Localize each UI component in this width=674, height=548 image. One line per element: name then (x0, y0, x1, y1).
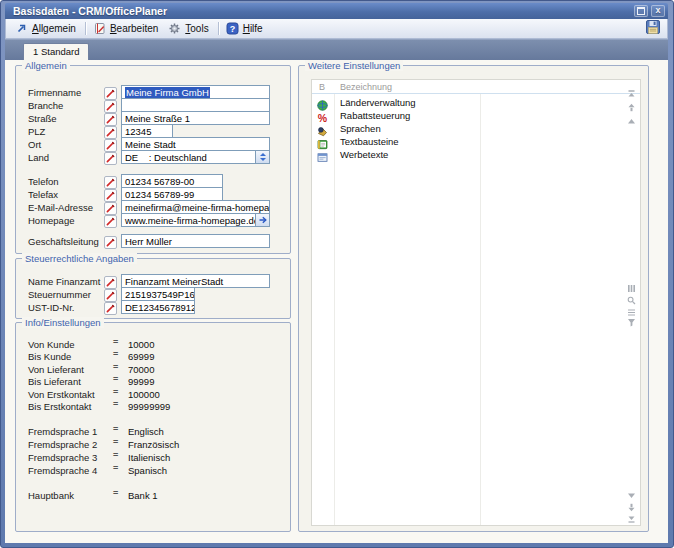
tab-standard[interactable]: 1 Standard (23, 43, 89, 60)
field-value: Finanzamt MeinerStadt (125, 276, 223, 287)
text-field[interactable]: 2151937549P1644 (121, 287, 195, 301)
text-field[interactable]: Finanzamt MeinerStadt (121, 274, 270, 288)
scroll-top-button[interactable] (626, 89, 637, 100)
close-button[interactable]: x (651, 5, 665, 17)
page-down-button[interactable] (626, 490, 637, 501)
list-item-länderverwaltung[interactable]: Länderverwaltung (312, 96, 640, 109)
edit-field-button[interactable] (104, 99, 117, 112)
text-field[interactable]: 01234 56789-99 (121, 187, 223, 201)
open-homepage-button[interactable] (255, 214, 269, 226)
scroll-bottom-button[interactable] (626, 513, 637, 524)
filter-button[interactable] (626, 317, 637, 328)
info-label: Von Erstkontakt (28, 389, 95, 400)
list-item-textbausteine[interactable]: Textbausteine (312, 135, 640, 148)
text-field[interactable]: Meine Stadt (121, 137, 270, 151)
field-value: meinefirma@meine-firma-homepage.de (125, 202, 270, 213)
menu-allgemein[interactable]: Allgemein (11, 21, 82, 36)
info-label: Bis Kunde (28, 351, 71, 362)
field-label: Steuernummer (28, 289, 91, 300)
tools-gear-icon (168, 22, 181, 35)
text-field[interactable]: www.meine-firma-homepage.de (121, 213, 270, 227)
columns-icon (627, 284, 636, 293)
info-row: Von Kunde=10000 (16, 338, 290, 350)
group-weitere-title: Weitere Einstellungen (305, 60, 403, 71)
info-value: Englisch (128, 426, 164, 437)
edit-field-button[interactable] (104, 138, 117, 151)
group-weitere-einstellungen: Weitere Einstellungen B Bezeichnung Länd… (298, 65, 649, 532)
edit-field-icon (104, 302, 117, 315)
equals-icon: = (113, 437, 118, 447)
field-value: DE123456789123 (125, 302, 195, 313)
info-row: Fremdsprache 1=Englisch (16, 425, 290, 437)
list-item-werbetexte[interactable]: Werbetexte (312, 148, 640, 161)
info-value: Spanisch (128, 465, 167, 476)
list-item-icon (317, 149, 328, 160)
edit-field-button[interactable] (104, 175, 117, 188)
maximize-button[interactable] (634, 5, 648, 17)
menu-label: Allgemein (32, 23, 76, 34)
text-field[interactable]: Herr Müller (121, 234, 270, 248)
page-down-icon (627, 491, 636, 500)
northeast-arrow-icon (15, 22, 28, 35)
edit-field-button[interactable] (104, 86, 117, 99)
list-icon (627, 308, 636, 317)
text-field[interactable]: DE123456789123 (121, 300, 195, 314)
list-item-icon (317, 136, 328, 147)
group-steuerrechtliche-angaben: Steuerrechtliche Angaben Name FinanzamtF… (15, 258, 291, 319)
menu-separator (218, 22, 219, 35)
text-field[interactable]: 01234 56789-00 (121, 174, 223, 188)
group-info-einstellungen: Info/Einstellungen Von Kunde=10000Bis Ku… (15, 322, 291, 532)
info-row: Von Erstkontakt=100000 (16, 388, 290, 400)
save-button[interactable] (643, 20, 662, 38)
edit-field-icon (104, 215, 117, 228)
field-label: Straße (28, 113, 57, 124)
info-label: Hauptbank (28, 490, 74, 501)
list-item-rabattsteuerung[interactable]: %Rabattsteuerung (312, 109, 640, 122)
list-item-label: Textbausteine (340, 136, 399, 147)
field-label: Homepage (28, 215, 74, 226)
edit-field-button[interactable] (104, 125, 117, 138)
move-up-button[interactable] (626, 102, 637, 113)
info-row: Von Lieferant=70000 (16, 363, 290, 375)
columns-button[interactable] (626, 283, 637, 294)
menu-hilfe[interactable]: ?Hilfe (222, 21, 269, 36)
move-down-button[interactable] (626, 502, 637, 513)
edit-field-button[interactable] (104, 288, 117, 301)
dropdown-button[interactable] (255, 151, 269, 163)
edit-field-button[interactable] (104, 235, 117, 248)
edit-field-button[interactable] (104, 275, 117, 288)
page-up-icon (627, 117, 636, 126)
field-value: Meine Straße 1 (125, 113, 190, 124)
list-header: B Bezeichnung (312, 80, 640, 94)
combo-field[interactable]: DE : Deutschland (121, 150, 270, 164)
edit-field-button[interactable] (104, 214, 117, 227)
window-title: Basisdaten - CRM/OfficePlaner (13, 5, 167, 17)
search-button[interactable] (626, 295, 637, 306)
edit-field-button[interactable] (104, 112, 117, 125)
info-value: 99999999 (128, 401, 170, 412)
edit-field-button[interactable] (104, 301, 117, 314)
menu-bearbeiten[interactable]: Bearbeiten (89, 21, 164, 36)
text-field[interactable]: Meine Straße 1 (121, 111, 270, 125)
equals-icon: = (113, 399, 118, 409)
text-field[interactable]: Meine Firma GmbH (121, 85, 270, 99)
info-row: Bis Erstkontakt=99999999 (16, 400, 290, 412)
menu-tools[interactable]: Tools (164, 21, 214, 36)
text-field[interactable]: meinefirma@meine-firma-homepage.de (121, 200, 270, 214)
list-item-icon: % (317, 110, 328, 121)
info-row: Fremdsprache 3=Italienisch (16, 451, 290, 463)
list-item-label: Länderverwaltung (340, 97, 416, 108)
list-item-icon (317, 97, 328, 108)
text-field[interactable] (121, 98, 270, 112)
list-item-icon (317, 123, 328, 134)
info-label: Fremdsprache 4 (28, 465, 97, 476)
field-value: Meine Firma GmbH (125, 87, 210, 98)
list-item-sprachen[interactable]: Sprachen (312, 122, 640, 135)
edit-field-button[interactable] (104, 151, 117, 164)
info-row: Fremdsprache 2=Französisch (16, 438, 290, 450)
page-up-button[interactable] (626, 116, 637, 127)
edit-field-button[interactable] (104, 188, 117, 201)
form-row: GeschäftsleitungHerr Müller (16, 235, 290, 248)
text-field[interactable]: 12345 (121, 124, 173, 138)
edit-field-button[interactable] (104, 201, 117, 214)
